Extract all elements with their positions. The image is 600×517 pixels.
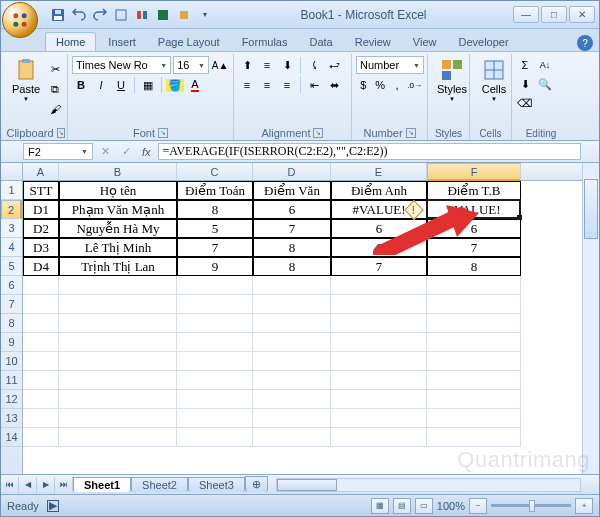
cell[interactable] — [253, 295, 331, 314]
wrap-text-icon[interactable]: ⮐ — [325, 56, 343, 74]
tab-data[interactable]: Data — [299, 33, 342, 51]
cell[interactable]: 8 — [177, 200, 253, 219]
cell[interactable] — [177, 371, 253, 390]
cell[interactable] — [253, 390, 331, 409]
cell[interactable] — [427, 352, 521, 371]
cell[interactable]: Điểm T.B — [427, 181, 521, 200]
tab-page-layout[interactable]: Page Layout — [148, 33, 230, 51]
row-header-8[interactable]: 8 — [1, 314, 22, 333]
cell[interactable]: Họ tên — [59, 181, 177, 200]
tab-review[interactable]: Review — [345, 33, 401, 51]
formula-input[interactable]: =AVERAGE(IF(ISERROR(C2:E2),"",C2:E2)) — [158, 143, 581, 160]
cell[interactable]: 8 — [253, 238, 331, 257]
cell[interactable]: STT — [23, 181, 59, 200]
cell[interactable] — [59, 295, 177, 314]
cell[interactable] — [331, 409, 427, 428]
cell[interactable]: Lê Thị Minh — [59, 238, 177, 257]
cell[interactable] — [253, 314, 331, 333]
cell[interactable] — [23, 314, 59, 333]
currency-icon[interactable]: $ — [356, 76, 371, 94]
cell[interactable] — [427, 276, 521, 295]
dialog-launcher-icon[interactable]: ↘ — [158, 128, 168, 138]
cell[interactable]: 8 — [253, 257, 331, 276]
name-box[interactable]: F2▼ — [23, 143, 93, 160]
cell[interactable] — [331, 428, 427, 447]
row-header-3[interactable]: 3 — [1, 219, 22, 238]
align-bottom-icon[interactable]: ⬇ — [278, 56, 296, 74]
cell[interactable]: 6 — [253, 200, 331, 219]
select-all-corner[interactable] — [1, 163, 23, 180]
sheet-tab-2[interactable]: Sheet2 — [131, 477, 188, 492]
row-header-6[interactable]: 6 — [1, 276, 22, 295]
cell[interactable] — [253, 428, 331, 447]
sort-filter-icon[interactable]: A↓ — [536, 56, 554, 74]
cell[interactable] — [177, 276, 253, 295]
new-sheet-icon[interactable]: ⊕ — [245, 476, 268, 492]
autosum-icon[interactable]: Σ — [516, 56, 534, 74]
enter-icon[interactable]: ✓ — [117, 143, 135, 161]
cell[interactable]: Điểm Anh — [331, 181, 427, 200]
row-header-2[interactable]: 2 — [1, 200, 22, 219]
cell[interactable] — [331, 295, 427, 314]
normal-view-icon[interactable]: ▦ — [371, 498, 389, 514]
cell[interactable]: D3 — [23, 238, 59, 257]
border-icon[interactable]: ▦ — [139, 76, 157, 94]
cell[interactable] — [427, 371, 521, 390]
cancel-icon[interactable]: ✕ — [96, 143, 114, 161]
cell[interactable] — [23, 371, 59, 390]
comma-icon[interactable]: , — [390, 76, 405, 94]
column-header-B[interactable]: B — [59, 163, 177, 180]
clear-icon[interactable]: ⌫ — [516, 94, 534, 112]
cell[interactable] — [177, 333, 253, 352]
font-size-select[interactable]: 16▼ — [173, 56, 209, 74]
row-header-10[interactable]: 10 — [1, 352, 22, 371]
tab-formulas[interactable]: Formulas — [232, 33, 298, 51]
column-header-F[interactable]: F — [427, 163, 521, 181]
cell[interactable] — [427, 428, 521, 447]
cell[interactable] — [253, 371, 331, 390]
cell[interactable]: Trịnh Thị Lan — [59, 257, 177, 276]
spreadsheet-grid[interactable]: ABCDEF 1234567891011121314 STTHọ tênĐiểm… — [1, 163, 599, 474]
office-button[interactable] — [2, 2, 38, 38]
row-header-1[interactable]: 1 — [1, 181, 22, 200]
dialog-launcher-icon[interactable]: ↘ — [406, 128, 416, 138]
cell[interactable]: D4 — [23, 257, 59, 276]
styles-button[interactable]: Styles ▼ — [432, 56, 472, 104]
cell[interactable] — [59, 333, 177, 352]
cell[interactable] — [427, 314, 521, 333]
column-header-C[interactable]: C — [177, 163, 253, 180]
cell[interactable] — [23, 352, 59, 371]
row-header-14[interactable]: 14 — [1, 428, 22, 447]
qat-icon[interactable] — [175, 6, 193, 24]
align-right-icon[interactable]: ≡ — [278, 76, 296, 94]
cell[interactable]: 7 — [253, 219, 331, 238]
zoom-level[interactable]: 100% — [437, 500, 465, 512]
sheet-nav-last-icon[interactable]: ⏭ — [55, 477, 73, 493]
decrease-indent-icon[interactable]: ⇤ — [305, 76, 323, 94]
fx-icon[interactable]: fx — [138, 146, 155, 158]
zoom-out-icon[interactable]: − — [469, 498, 487, 514]
cell[interactable] — [331, 352, 427, 371]
fill-color-icon[interactable]: 🪣 — [166, 76, 184, 94]
increase-decimal-icon[interactable]: .0→ — [406, 76, 423, 94]
orientation-icon[interactable]: ⤹ — [305, 56, 323, 74]
copy-icon[interactable]: ⧉ — [46, 80, 64, 98]
cell[interactable] — [253, 276, 331, 295]
cell[interactable] — [23, 409, 59, 428]
cell[interactable] — [331, 390, 427, 409]
redo-icon[interactable] — [91, 6, 109, 24]
cell[interactable] — [253, 352, 331, 371]
font-color-icon[interactable]: A — [186, 76, 204, 94]
cell[interactable]: 5 — [177, 219, 253, 238]
help-icon[interactable]: ? — [577, 35, 593, 51]
grow-font-icon[interactable]: A▲ — [211, 56, 229, 74]
close-button[interactable]: ✕ — [569, 6, 595, 23]
vertical-scrollbar[interactable] — [582, 163, 599, 474]
cell[interactable] — [59, 428, 177, 447]
cell[interactable] — [427, 390, 521, 409]
cell[interactable]: Điểm Văn — [253, 181, 331, 200]
cell[interactable] — [427, 333, 521, 352]
italic-icon[interactable]: I — [92, 76, 110, 94]
row-header-5[interactable]: 5 — [1, 257, 22, 276]
zoom-slider[interactable] — [491, 504, 571, 507]
